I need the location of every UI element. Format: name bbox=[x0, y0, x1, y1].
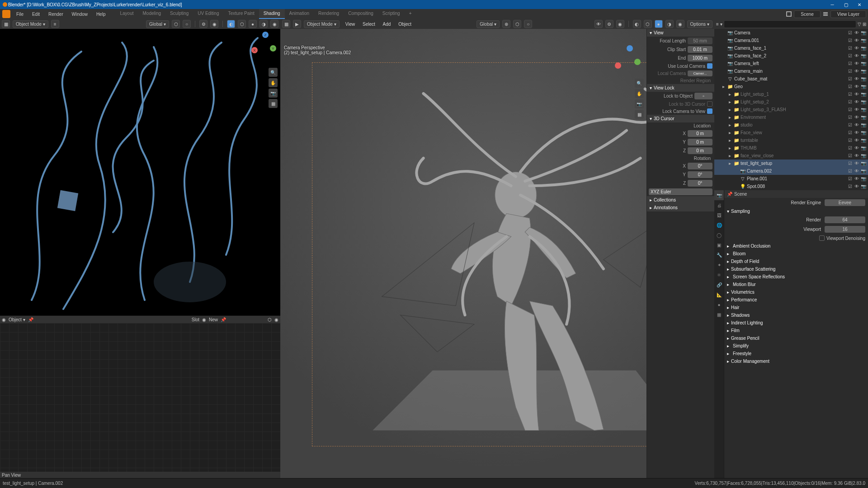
visibility-toggle[interactable]: 👁 bbox=[854, 115, 859, 120]
menu-window[interactable]: Window bbox=[68, 10, 92, 18]
props-panel-ambient-occlusion[interactable]: ▸ Ambient Occlusion bbox=[724, 242, 868, 250]
shading-wireframe[interactable]: ⬡ bbox=[644, 20, 652, 28]
menu-select[interactable]: Select bbox=[359, 22, 378, 27]
lock-cursor-check[interactable] bbox=[707, 101, 712, 107]
mode-dropdown[interactable]: Object Mode ▾ bbox=[13, 20, 48, 28]
shading-rendered[interactable]: ◉ bbox=[270, 20, 278, 28]
visibility-toggle[interactable]: 👁 bbox=[854, 176, 859, 181]
render-toggle[interactable]: 📷 bbox=[861, 92, 866, 97]
render-toggle[interactable]: 📷 bbox=[861, 184, 866, 189]
exclude-toggle[interactable]: ☑ bbox=[847, 53, 853, 58]
outliner-item[interactable]: ▸ 📁 Face_view ☑ 👁 📷 bbox=[714, 129, 868, 136]
props-panel-freestyle[interactable]: ▸ Freestyle bbox=[724, 350, 868, 357]
filter-button[interactable]: ▽ bbox=[858, 22, 861, 27]
props-panel-depth-of-field[interactable]: ▸ Depth of Field bbox=[724, 258, 868, 265]
exclude-toggle[interactable]: ☑ bbox=[847, 145, 853, 150]
data-tab[interactable]: 📐 bbox=[714, 290, 724, 300]
orientation-dropdown[interactable]: Global ▾ bbox=[476, 20, 500, 28]
minimize-button[interactable]: ─ bbox=[826, 0, 839, 9]
render-toggle[interactable]: 📷 bbox=[861, 61, 866, 66]
exclude-toggle[interactable]: ☑ bbox=[847, 107, 853, 112]
lock-object-field[interactable]: ▫ bbox=[694, 93, 712, 99]
visibility-toggle[interactable]: 👁 bbox=[854, 184, 859, 189]
close-button[interactable]: ✕ bbox=[853, 0, 866, 9]
outliner-tree[interactable]: 📷 Camera ☑ 👁 📷 📷 Camera.001 ☑ 👁 📷 📷 Came… bbox=[714, 29, 868, 190]
lock-camera-view-check[interactable] bbox=[707, 108, 712, 114]
object-tab[interactable]: ▣ bbox=[714, 240, 724, 250]
editor-type-button[interactable]: ▦ bbox=[2, 20, 10, 28]
exclude-toggle[interactable]: ☑ bbox=[847, 184, 853, 189]
props-panel-motion-blur[interactable]: ▸ Motion Blur bbox=[724, 281, 868, 288]
outliner-item[interactable]: 📷 Camera_face_1 ☑ 👁 📷 bbox=[714, 44, 868, 52]
output-tab[interactable]: 🖨 bbox=[714, 200, 724, 210]
visibility-toggle[interactable]: 👁 bbox=[854, 46, 859, 51]
outliner-item[interactable]: 📷 Camera.002 ☑ 👁 📷 bbox=[714, 167, 868, 175]
render-toggle[interactable]: 📷 bbox=[861, 107, 866, 112]
shading-solid[interactable]: ● bbox=[249, 20, 257, 28]
ws-scripting[interactable]: Scripting bbox=[378, 9, 405, 19]
gizmo-x[interactable]: X bbox=[251, 47, 258, 53]
zoom-button[interactable]: 🔍 bbox=[635, 79, 644, 88]
exclude-toggle[interactable]: ☑ bbox=[847, 169, 853, 174]
options-button[interactable]: Options ▾ bbox=[687, 20, 712, 28]
shading-rendered[interactable]: ◉ bbox=[676, 20, 684, 28]
viewlock-panel-header[interactable]: ▾ View Lock bbox=[647, 84, 714, 92]
viewlayer-field[interactable]: View Layer bbox=[830, 10, 866, 18]
visibility-toggle[interactable]: 👁 bbox=[854, 92, 859, 97]
gizmo-toggle[interactable]: ⚙ bbox=[605, 20, 613, 28]
nav-gizmo[interactable]: Z Y X bbox=[250, 32, 278, 59]
visibility-toggle[interactable]: 👁 bbox=[854, 61, 859, 66]
outliner-item[interactable]: ▸ 📁 test_light_setup ☑ 👁 📷 bbox=[714, 160, 868, 167]
scene-tab[interactable]: 🌐 bbox=[714, 220, 724, 230]
visibility-toggle[interactable]: 👁 bbox=[854, 99, 859, 104]
props-panel-bloom[interactable]: ▸ Bloom bbox=[724, 250, 868, 258]
maximize-button[interactable]: ▢ bbox=[839, 0, 853, 9]
world-tab[interactable]: ◯ bbox=[714, 230, 724, 240]
visibility-toggle[interactable]: 👁 bbox=[854, 69, 859, 74]
left-viewport[interactable]: Z Y X 🔍 ✋ 📷 ▦ bbox=[0, 29, 280, 315]
ws-rendering[interactable]: Rendering bbox=[314, 9, 344, 19]
props-panel-grease-pencil[interactable]: ▸ Grease Pencil bbox=[724, 334, 868, 342]
props-panel-shadows[interactable]: ▸ Shadows bbox=[724, 311, 868, 319]
outliner-item[interactable]: 📷 Camera_face_2 ☑ 👁 📷 bbox=[714, 52, 868, 60]
view-panel-header[interactable]: ▾ View bbox=[647, 29, 714, 37]
exclude-toggle[interactable]: ☑ bbox=[847, 99, 853, 104]
outliner-item[interactable]: ▸ 📁 Geo ☑ 👁 📷 bbox=[714, 83, 868, 90]
ws-animation[interactable]: Animation bbox=[285, 9, 314, 19]
viewlayer-tab[interactable]: 🖼 bbox=[714, 210, 724, 220]
menu-help[interactable]: Help bbox=[93, 10, 109, 18]
denoise-check[interactable] bbox=[819, 235, 825, 241]
menu-object[interactable]: Object bbox=[395, 22, 415, 27]
node-grid[interactable] bbox=[0, 323, 280, 478]
render-toggle[interactable]: 📷 bbox=[861, 69, 866, 74]
viewport-samples[interactable]: 16 bbox=[825, 226, 865, 233]
shading-wireframe[interactable]: ⬡ bbox=[238, 20, 246, 28]
visibility-toggle[interactable]: 👁 bbox=[854, 30, 859, 35]
exclude-toggle[interactable]: ☑ bbox=[847, 130, 853, 135]
props-panel-film[interactable]: ▸ Film bbox=[724, 327, 868, 334]
main-viewport[interactable]: Camera Perspective (2) test_light_setup … bbox=[280, 29, 714, 478]
render-samples[interactable]: 64 bbox=[825, 216, 865, 223]
props-panel-screen-space-reflections[interactable]: ▸ Screen Space Reflections bbox=[724, 273, 868, 281]
props-panel-color-management[interactable]: ▸ Color Management bbox=[724, 357, 868, 365]
pin-button[interactable]: 📌 bbox=[221, 317, 226, 322]
slot-dropdown[interactable]: Slot bbox=[192, 317, 199, 322]
outliner-item[interactable]: ▸ 📁 Light_setup_2 ☑ 👁 📷 bbox=[714, 98, 868, 106]
ws-modeling[interactable]: Modeling bbox=[138, 9, 165, 19]
zoom-button[interactable]: 🔍 bbox=[269, 68, 278, 77]
outliner-item[interactable]: ▽ Cube_base_mat ☑ 👁 📷 bbox=[714, 75, 868, 83]
gizmo-y[interactable]: Y bbox=[270, 45, 276, 52]
outliner-item[interactable]: ▸ 📁 face_view_close ☑ 👁 📷 bbox=[714, 152, 868, 160]
cursor-tool[interactable]: ▶ bbox=[293, 20, 301, 28]
scene-field[interactable]: Scene bbox=[794, 10, 820, 18]
editor-type-button[interactable]: ▦ bbox=[282, 20, 290, 28]
camera-button[interactable]: 📷 bbox=[269, 89, 278, 98]
xray-toggle[interactable]: ◐ bbox=[227, 20, 235, 28]
perspective-button[interactable]: ▦ bbox=[635, 110, 644, 119]
gizmo-y[interactable] bbox=[634, 59, 641, 65]
render-toggle[interactable]: 📷 bbox=[861, 122, 866, 127]
visibility-toggle[interactable]: 👁 bbox=[854, 130, 859, 135]
gizmo-x[interactable] bbox=[615, 62, 621, 69]
outliner-item[interactable]: ▸ 📁 studio ☑ 👁 📷 bbox=[714, 121, 868, 129]
ws-compositing[interactable]: Compositing bbox=[344, 9, 378, 19]
